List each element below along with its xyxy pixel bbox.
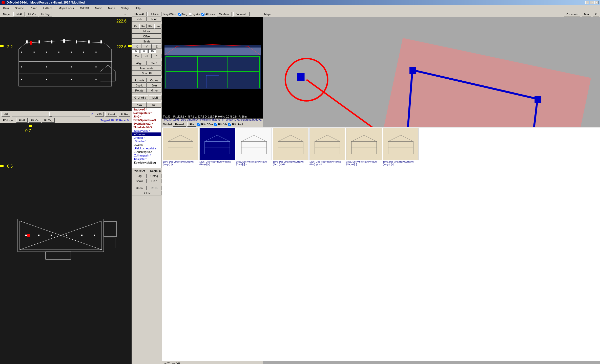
regroup-button[interactable]: Regroup <box>148 169 162 173</box>
list-item[interactable]: .SkladVeliky * <box>132 129 161 132</box>
thumbnail-grid[interactable]: 1896, Dec Vino/Hlavni/vHlavni: (Narys) [… <box>162 127 600 361</box>
narys-fitvis-button[interactable]: Fit Vis <box>26 12 38 16</box>
thumbnail[interactable]: 1896, Dec Vino/Hlavni/vHlavni: (Narys) [… <box>346 127 382 167</box>
mlb-button[interactable]: MLB <box>149 95 161 100</box>
show-button[interactable]: Show <box>132 179 147 183</box>
menu-pumo[interactable]: Pumo <box>29 6 38 10</box>
tag-button[interactable]: Tag <box>132 174 147 178</box>
ochoz-button[interactable]: Ochoz <box>147 78 161 83</box>
list-item[interactable]: ..Strecha * <box>132 140 161 143</box>
menu-mopetfocus[interactable]: MopetFocus <box>58 6 75 10</box>
list-item[interactable]: NastupisteG * <box>132 111 161 115</box>
filtrfavi-checkbox[interactable]: Filtr Favi <box>228 123 243 126</box>
interpolate-button[interactable]: Interpolate <box>132 66 161 71</box>
snappt-button[interactable]: Snap Pt <box>132 71 161 76</box>
tevy-zoominto-button[interactable]: ZoomInto <box>233 12 250 16</box>
fa-button[interactable]: Fa <box>139 24 146 29</box>
workset-button[interactable]: WorkSet <box>132 169 147 173</box>
extrude-button[interactable]: Extrude <box>132 78 147 83</box>
list-item[interactable]: ..Kerichtsgrube <box>132 150 161 154</box>
ps-button[interactable]: Ps <box>132 24 139 29</box>
minimize-button[interactable]: _ <box>585 1 589 4</box>
slider-plus90-button[interactable]: +90 <box>95 112 104 117</box>
menu-mode[interactable]: Mode <box>94 6 103 10</box>
unhide-button[interactable]: UnHide <box>147 12 161 16</box>
pudorys-viewport[interactable]: 0.7 0.5 <box>0 123 132 364</box>
narys-viewport[interactable]: 222.6 2.2 222.6 <box>0 17 132 111</box>
menu-vrstvy[interactable]: Vrstvy <box>120 6 130 10</box>
neg1-button[interactable]: -1 <box>142 54 151 58</box>
menu-help[interactable]: Help <box>134 6 142 10</box>
neg-checkbox[interactable]: Neg <box>178 13 187 16</box>
thumbnail[interactable]: 1896, Dec Vino/Hlavni/vHlavni: (Narys) [… <box>162 127 199 167</box>
y-button[interactable]: Y <box>142 44 151 49</box>
alllines-checkbox[interactable]: AllLines <box>201 13 215 16</box>
list-item[interactable]: .Kolejiste * <box>132 157 161 161</box>
mapa-mm-button[interactable]: Mm <box>582 12 591 16</box>
new-button[interactable]: New <box>132 102 147 107</box>
thumbnail[interactable]: 1896, Dec Vino/Hlavni/vHlavni: (Narys) [… <box>382 127 419 167</box>
x-button[interactable]: X <box>132 44 141 49</box>
set-button[interactable]: Set <box>147 102 161 107</box>
narys-fitall-button[interactable]: Fit All <box>13 12 25 16</box>
pudorys-fitvis-button[interactable]: Fit Vis <box>29 118 41 123</box>
vyska-checkbox[interactable]: Vyska <box>189 13 200 16</box>
pudorys-fitall-button[interactable]: Fit All <box>16 118 28 123</box>
list-item[interactable]: JihG * <box>132 115 161 118</box>
untag-button[interactable]: Untag <box>147 174 161 178</box>
hide2-button[interactable]: Hide <box>147 179 161 183</box>
mapa-x-button[interactable]: X <box>593 12 599 16</box>
redo-button[interactable]: Redo <box>147 186 161 190</box>
y-input[interactable] <box>140 49 148 53</box>
list-item[interactable]: SvahItalskaG * <box>132 122 161 125</box>
filtrbbox-checkbox[interactable]: Filtr BBox <box>197 123 213 126</box>
hall-button[interactable]: H All <box>147 17 161 21</box>
x-input[interactable] <box>132 49 140 53</box>
list-item[interactable]: SvahSpanelskaG <box>132 118 161 122</box>
star-button[interactable]: * <box>152 54 161 58</box>
z-input[interactable] <box>148 49 156 53</box>
rotation-slider[interactable] <box>12 112 90 117</box>
menu-data[interactable]: Data <box>2 6 10 10</box>
scale-button[interactable]: Scale <box>132 39 161 44</box>
move-button[interactable]: Move <box>132 29 161 34</box>
slider-minus90-button[interactable]: -90 <box>2 112 10 117</box>
list-item[interactable]: .Zollmagazin * <box>132 154 161 157</box>
list-item[interactable]: SkladisteJihG <box>132 125 161 129</box>
filtr-button[interactable]: Filtr <box>187 122 196 127</box>
list-item[interactable]: SadovaG * <box>132 108 161 111</box>
list-item[interactable]: .uBureau <box>132 132 161 136</box>
list-item[interactable]: ..Svetlik <box>132 143 161 147</box>
rotate-button[interactable]: Rotate <box>132 88 147 93</box>
hide-button[interactable]: Hide <box>132 17 147 21</box>
thumbnail[interactable]: 1896, Dec Vino/Hlavni/vHlavni: (Narys) [… <box>199 127 236 167</box>
minmax-button[interactable]: Min/Max <box>217 12 232 16</box>
undo-button[interactable]: Undo <box>132 186 147 190</box>
align-button[interactable]: Align <box>132 61 147 65</box>
list-item[interactable]: ..Feldkuche pristre <box>132 147 161 150</box>
filtrvis-checkbox[interactable]: Filtr Vis <box>214 123 227 126</box>
menu-orto3d[interactable]: Orto3D <box>79 6 90 10</box>
tevy-viewport[interactable]: TV143 = P: 1124.1 x -467.1 V: 217.6 O: 1… <box>162 17 263 119</box>
pfa-button[interactable]: Pfa <box>147 24 154 29</box>
menu-source[interactable]: Source <box>14 6 25 10</box>
mapa-zoominto-button[interactable]: ZoomInto <box>564 12 580 16</box>
thumbnail[interactable]: 1896, Dec Vino/Hlavni/vHlavni: (Rez) [p]… <box>309 127 346 167</box>
las-button[interactable]: Las <box>154 24 161 29</box>
group-list[interactable]: SadovaG *NastupisteG *JihG *SvahSpanelsk… <box>132 107 161 168</box>
showall-button[interactable]: ShowAll <box>132 12 147 16</box>
reload-button[interactable]: Reload <box>173 122 186 127</box>
pudorys-fittag-button[interactable]: Fit Tag <box>42 118 55 123</box>
offset-button[interactable]: Offset <box>132 34 161 39</box>
reset-button[interactable]: Reset <box>105 112 117 117</box>
delete-button[interactable]: Delete <box>132 191 161 195</box>
setz-button[interactable]: SetZ <box>147 61 161 65</box>
close-button[interactable]: × <box>594 1 598 4</box>
maximize-button[interactable]: □ <box>590 1 594 4</box>
foro-button[interactable]: FoRo <box>119 112 130 117</box>
menu-editace[interactable]: Editace <box>42 6 54 10</box>
go-button[interactable]: Go <box>132 54 141 58</box>
z-button[interactable]: Z <box>152 44 161 49</box>
list-item[interactable]: .KolejisteKolejSeg <box>132 161 161 164</box>
mirror-button[interactable]: Mirror <box>147 88 161 93</box>
